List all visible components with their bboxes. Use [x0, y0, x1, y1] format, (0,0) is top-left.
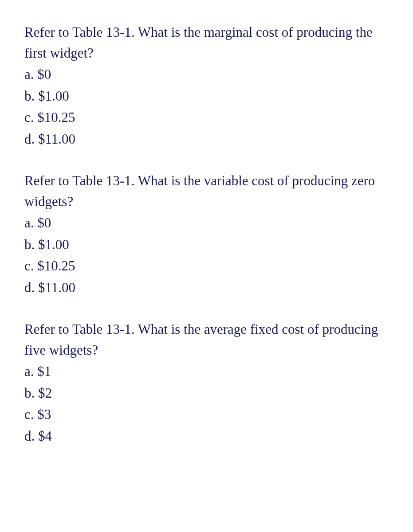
question-prompt: Refer to Table 13-1. What is the variabl…	[24, 171, 389, 212]
question-block-1: Refer to Table 13-1. What is the margina…	[24, 22, 389, 149]
option-b: b. $1.00	[24, 86, 389, 107]
option-b: b. $2	[24, 383, 389, 404]
option-c: c. $10.25	[24, 107, 389, 128]
option-a: a. $0	[24, 64, 389, 85]
question-prompt: Refer to Table 13-1. What is the margina…	[24, 22, 389, 63]
option-c: c. $10.25	[24, 256, 389, 277]
option-a: a. $1	[24, 361, 389, 382]
option-b: b. $1.00	[24, 235, 389, 255]
option-a: a. $0	[24, 213, 389, 234]
option-d: d. $11.00	[24, 129, 389, 150]
question-block-3: Refer to Table 13-1. What is the average…	[24, 319, 389, 446]
question-block-2: Refer to Table 13-1. What is the variabl…	[24, 171, 389, 298]
option-c: c. $3	[24, 404, 389, 425]
option-d: d. $4	[24, 426, 389, 447]
question-prompt: Refer to Table 13-1. What is the average…	[24, 319, 389, 360]
option-d: d. $11.00	[24, 278, 389, 298]
